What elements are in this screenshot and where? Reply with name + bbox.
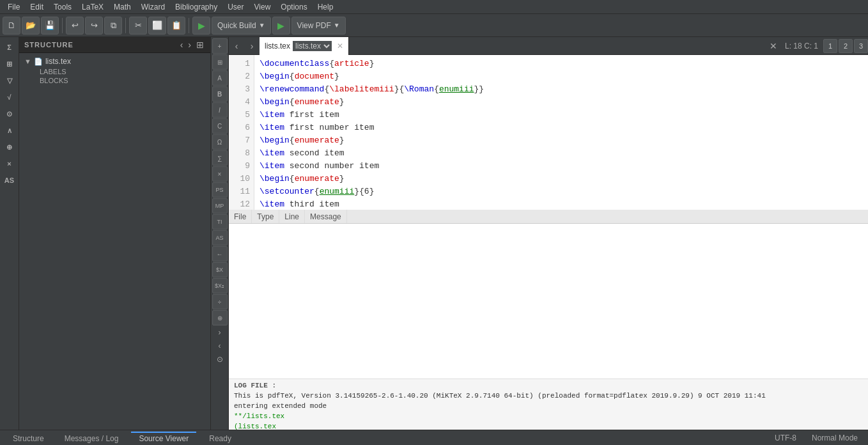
mid-arrow-circle[interactable]: ⊙	[212, 353, 228, 366]
status-tab-ready[interactable]: Ready	[201, 432, 239, 444]
status-tab-source[interactable]: Source Viewer	[131, 432, 196, 444]
run2-button[interactable]: ▶	[272, 17, 290, 35]
mid-btn-a[interactable]: A	[212, 70, 228, 86]
copy-doc-button[interactable]: ⧉	[104, 17, 122, 35]
menu-view[interactable]: View	[249, 1, 276, 13]
copy-button[interactable]: ⬜	[148, 17, 166, 35]
mid-btn-ti[interactable]: TI	[212, 214, 228, 230]
sidebar-icon-7[interactable]: ⊕	[2, 139, 17, 155]
sidebar-icon-4[interactable]: √	[2, 90, 17, 105]
sidebar-icon-5[interactable]: ⊙	[2, 106, 17, 121]
tab-num-buttons: 1 2 3	[823, 39, 868, 53]
quick-build-arrow-icon: ▼	[259, 22, 265, 29]
log-line-2: entering extended mode	[234, 401, 863, 411]
menu-help[interactable]: Help	[313, 1, 339, 13]
cut-button[interactable]: ✂	[129, 17, 147, 35]
mid-btn-omega[interactable]: Ω	[212, 134, 228, 150]
tree-blocks-item[interactable]: BLOCKS	[37, 76, 208, 85]
quick-build-label: Quick Build	[217, 21, 256, 30]
new-button[interactable]: 🗋	[3, 17, 20, 35]
menu-tools[interactable]: Tools	[49, 1, 77, 13]
mid-arrow-right[interactable]: ›	[212, 326, 228, 339]
mid-btn-cross[interactable]: ×	[212, 166, 228, 182]
col-file: File	[229, 210, 252, 223]
mid-btn-italic[interactable]: I	[212, 102, 228, 118]
menu-wizard[interactable]: Wizard	[136, 1, 170, 13]
code-content[interactable]: \documentclass{article} \begin{document}…	[254, 55, 868, 210]
undo-button[interactable]: ↩	[66, 17, 84, 35]
tab-filename: lists.tex	[265, 42, 290, 51]
sidebar-icon-8[interactable]: ×	[2, 156, 17, 171]
mid-arrow-left[interactable]: ‹	[212, 340, 228, 352]
toolbar: 🗋 📂 💾 ↩ ↪ ⧉ ✂ ⬜ 📋 ▶ Quick Build ▼ ▶ View…	[0, 14, 868, 37]
redo-button[interactable]: ↪	[85, 17, 103, 35]
line-numbers: 1 2 3 4 5 6 7 8 9 10 11 12 13 14 15 16 1…	[229, 55, 254, 210]
mid-btn-plus2[interactable]: ⊕	[212, 310, 228, 325]
tab-num-3[interactable]: 3	[854, 39, 868, 53]
quick-build-dropdown[interactable]: Quick Build ▼	[212, 17, 271, 35]
mid-btn-as[interactable]: AS	[212, 230, 228, 246]
statusbar: Structure Messages / Log Source Viewer R…	[0, 430, 868, 445]
tree-file-item[interactable]: ▼ 📄 lists.tex	[22, 56, 208, 67]
sidebar-icon-1[interactable]: Σ	[2, 40, 17, 55]
log-area: LOG FILE : This is pdfTeX, Version 3.141…	[229, 379, 868, 430]
view-pdf-dropdown[interactable]: View PDF ▼	[291, 17, 346, 35]
mid-btn-dollar-x[interactable]: $X	[212, 262, 228, 277]
mid-btn-div[interactable]: ÷	[212, 294, 228, 309]
tab-num-1[interactable]: 1	[823, 39, 837, 53]
structure-tree: ▼ 📄 lists.tex LABELS BLOCKS	[19, 53, 210, 430]
editor-area: ‹ › lists.tex lists.tex ✕ ✕ L: 18 C: 1 1…	[229, 37, 868, 430]
mid-btn-sum[interactable]: ∑	[212, 150, 228, 166]
mid-btn-mp[interactable]: MP	[212, 198, 228, 214]
tab-close-icon[interactable]: ✕	[337, 42, 343, 51]
menu-options[interactable]: Options	[275, 1, 312, 13]
log-line-3: **/lists.tex	[234, 411, 863, 421]
mid-btn-ref[interactable]: ⊞	[212, 54, 228, 70]
main-content: Σ ⊞ ▽ √ ⊙ ∧ ⊕ × AS STRUCTURE ‹ › ⊞ ▼ 📄 l…	[0, 37, 868, 430]
code-editor[interactable]: 1 2 3 4 5 6 7 8 9 10 11 12 13 14 15 16 1…	[229, 55, 868, 210]
menu-bibliography[interactable]: Bibliography	[170, 1, 222, 13]
sidebar-icon-9[interactable]: AS	[2, 173, 17, 188]
paste-button[interactable]: 📋	[167, 17, 185, 35]
tab-nav-prev[interactable]: ‹	[229, 37, 244, 55]
sep1	[62, 18, 63, 33]
sep2	[125, 18, 126, 33]
sidebar-icon-2[interactable]: ⊞	[2, 56, 17, 72]
menu-edit[interactable]: Edit	[25, 1, 49, 13]
log-line-1: This is pdfTeX, Version 3.14159265-2.6-1…	[234, 391, 863, 401]
menu-file[interactable]: File	[3, 1, 25, 13]
menu-latex[interactable]: LaTeX	[77, 1, 109, 13]
editor-tab-lists[interactable]: lists.tex lists.tex ✕	[260, 37, 349, 55]
tab-select[interactable]: lists.tex	[293, 41, 332, 51]
tree-file-name: lists.tex	[45, 57, 71, 66]
struct-nav-prev[interactable]: ‹	[179, 40, 185, 50]
run-button[interactable]: ▶	[192, 17, 210, 35]
mid-btn-arrow[interactable]: ←	[212, 246, 228, 262]
structure-title: STRUCTURE	[24, 41, 74, 49]
status-encoding: UTF-8	[770, 433, 802, 442]
structure-nav: ‹ › ⊞	[179, 40, 205, 50]
col-line: Line	[279, 210, 305, 223]
mid-btn-add[interactable]: +	[212, 38, 228, 54]
sidebar-icon-6[interactable]: ∧	[2, 123, 17, 138]
mid-btn-ps[interactable]: PS	[212, 182, 228, 198]
mid-btn-bold[interactable]: B	[212, 86, 228, 102]
status-mode: Normal Mode	[807, 433, 863, 442]
structure-panel: STRUCTURE ‹ › ⊞ ▼ 📄 lists.tex LABELS BLO…	[19, 37, 211, 430]
struct-expand-btn[interactable]: ⊞	[195, 40, 205, 50]
tab-num-2[interactable]: 2	[839, 39, 853, 53]
close-btn[interactable]: ✕	[767, 41, 780, 51]
open-button[interactable]: 📂	[22, 17, 40, 35]
status-tab-messages[interactable]: Messages / Log	[57, 432, 127, 444]
menu-user[interactable]: User	[222, 1, 249, 13]
mid-btn-dollar-x2[interactable]: $X₂	[212, 278, 228, 293]
tab-nav-next[interactable]: ›	[244, 37, 260, 55]
mid-btn-c[interactable]: C	[212, 118, 228, 134]
sidebar-icon-3[interactable]: ▽	[2, 73, 17, 88]
tree-labels-item[interactable]: LABELS	[37, 67, 208, 76]
status-tab-structure[interactable]: Structure	[5, 432, 52, 444]
save-button[interactable]: 💾	[41, 17, 59, 35]
menu-math[interactable]: Math	[109, 1, 136, 13]
middle-toolbar: + ⊞ A B I C Ω ∑ × PS MP TI AS ← $X $X₂ ÷…	[211, 37, 229, 430]
struct-nav-next[interactable]: ›	[187, 40, 192, 50]
